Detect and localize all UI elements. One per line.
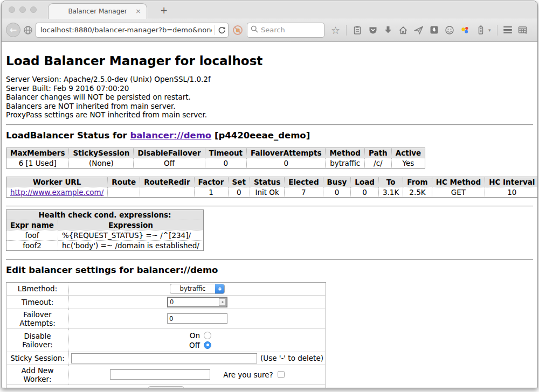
timeout-input[interactable]: 0 (167, 297, 227, 307)
balancer-data-cell: (None) (69, 158, 134, 168)
back-button[interactable]: ← (6, 23, 20, 37)
divider-rule-3 (6, 259, 533, 260)
server-info: Server Version: Apache/2.5.0-dev (Unix) … (6, 75, 533, 120)
search-bar[interactable]: Search (247, 23, 324, 38)
worker-url-cell: http://www.example.com/ (6, 187, 108, 197)
battery-clipboard-icon[interactable] (476, 25, 486, 35)
server-info-line: Balancer changes will NOT be persisted o… (6, 93, 533, 102)
worker-data-cell (108, 187, 140, 197)
url-text[interactable]: localhost:8880/balancer-manager?b=demo&n… (40, 26, 212, 34)
zoom-window-button[interactable] (30, 6, 37, 13)
balancer-header-cell: StickySession (69, 148, 134, 158)
cell: foof2 (6, 240, 58, 250)
balancer-data-cell: 0 (205, 158, 246, 168)
lbmethod-label: LBmethod: (6, 282, 69, 295)
add-worker-input[interactable] (110, 369, 210, 380)
cell: hc('body') =~ /domain is established/ (58, 240, 203, 250)
send-plane-icon[interactable] (414, 25, 424, 35)
search-icon (251, 25, 258, 35)
lbmethod-row: LBmethod: bytraffic (6, 282, 326, 295)
submit-button[interactable]: Submit (148, 386, 184, 389)
toolbar-divider (346, 25, 347, 36)
worker-data-cell: 3.1K (378, 187, 403, 197)
tab-balancer-manager[interactable]: Balancer Manager × (48, 3, 147, 19)
sticky-session-input[interactable] (71, 353, 257, 363)
download-arrow-icon[interactable] (384, 25, 392, 34)
worker-header-cell: HC Method (432, 177, 485, 187)
balancer-data-cell: 6 [1 Used] (6, 158, 69, 168)
pocket-icon[interactable] (368, 25, 378, 35)
worker-data-cell: Init Ok (250, 187, 284, 197)
menu-hamburger-icon[interactable] (503, 26, 512, 34)
content-blocked-icon[interactable] (232, 25, 243, 36)
timeout-label: Timeout: (6, 295, 69, 309)
add-worker-label: Add New Worker: (6, 365, 69, 384)
balancer-data-cell: /c/ (365, 158, 392, 168)
worker-url-link[interactable]: http://www.example.com/ (10, 188, 103, 197)
close-window-button[interactable] (9, 6, 15, 13)
are-you-sure-checkbox[interactable] (278, 371, 285, 378)
reload-icon[interactable] (218, 26, 226, 34)
grid-panel-icon[interactable] (518, 25, 528, 35)
balancer-header-cell: Timeout (205, 148, 246, 158)
disable-failover-off-radio[interactable] (204, 341, 211, 349)
worker-status-table: Worker URLRouteRouteRedirFactorSetStatus… (6, 177, 538, 198)
chevron-down-icon[interactable]: ▾ (488, 27, 491, 33)
window-controls (9, 6, 37, 13)
minimize-window-button[interactable] (19, 6, 26, 13)
worker-data-cell: GET (432, 187, 485, 197)
toolbar-icons: ☆ (331, 25, 528, 36)
worker-header-cell: Busy (323, 177, 351, 187)
health-header-cell: Expr name (6, 220, 58, 230)
search-placeholder: Search (261, 26, 285, 34)
sticky-session-label: Sticky Session: (6, 352, 69, 365)
timeout-value: 0 (168, 298, 219, 306)
sticky-session-value-cell: (Use '-' to delete) (69, 352, 326, 365)
select-stepper-icon (215, 284, 224, 294)
balancer-header-cell: Method (326, 148, 365, 158)
navigation-toolbar: ← localhost:8880/balancer-manager?b=demo… (2, 18, 537, 42)
new-tab-button[interactable]: + (157, 4, 171, 17)
divider-rule (6, 124, 533, 125)
disable-failover-on-radio[interactable] (204, 332, 211, 339)
add-worker-value-cell: Are you sure? (69, 365, 326, 384)
reading-list-icon[interactable] (353, 25, 362, 35)
bookmark-star-icon[interactable]: ☆ (331, 25, 340, 35)
tab-title: Balancer Manager (68, 8, 127, 15)
balancer-header-cell: FailoverAttempts (247, 148, 326, 158)
worker-header-cell: Route (108, 177, 140, 187)
balancer-header-cell: MaxMembers (6, 148, 69, 158)
lbmethod-select[interactable]: bytraffic (170, 284, 225, 294)
balancer-data-cell: Off (134, 158, 205, 168)
cell: foof (6, 230, 58, 240)
sticky-session-row: Sticky Session: (Use '-' to delete) (6, 352, 326, 365)
off-radio-label: Off (189, 341, 200, 349)
home-icon[interactable] (398, 25, 408, 35)
smiley-icon[interactable] (445, 25, 454, 35)
url-bar[interactable]: localhost:8880/balancer-manager?b=demo&n… (36, 23, 229, 38)
tab-close-icon[interactable]: × (135, 7, 141, 15)
number-spinner-icon[interactable] (219, 298, 226, 306)
cell: %{REQUEST_STATUS} =~ /^[234]/ (58, 230, 203, 240)
color-dots-extension-icon[interactable] (460, 25, 470, 35)
balancer-demo-link[interactable]: balancer://demo (130, 130, 211, 141)
worker-header-cell: Worker URL (6, 177, 108, 187)
server-info-line: Server Version: Apache/2.5.0-dev (Unix) … (6, 75, 533, 84)
worker-header-row: Worker URLRouteRouteRedirFactorSetStatus… (6, 177, 538, 187)
disable-failover-label: Disable Failover: (6, 328, 69, 352)
balancer-header-cell: DisableFailover (134, 148, 205, 158)
worker-header-cell: To (378, 177, 403, 187)
worker-header-cell: From (403, 177, 432, 187)
worker-data-cell: 0 (351, 187, 379, 197)
worker-data-cell: 1 (194, 187, 228, 197)
timeout-row: Timeout: 0 (6, 295, 326, 309)
server-info-line: Balancers are NOT inherited from main se… (6, 102, 533, 111)
status-heading-suffix: [p4420eeae_demo] (211, 130, 310, 141)
worker-header-cell: HC Interval (485, 177, 538, 187)
balancer-header-cell: Active (391, 148, 425, 158)
submit-cell: Submit (6, 384, 326, 388)
download-panel-icon[interactable] (430, 25, 439, 34)
tab-bar: Balancer Manager × + (2, 1, 537, 18)
timeout-value-cell: 0 (69, 295, 326, 309)
failover-attempts-input[interactable] (167, 313, 227, 324)
